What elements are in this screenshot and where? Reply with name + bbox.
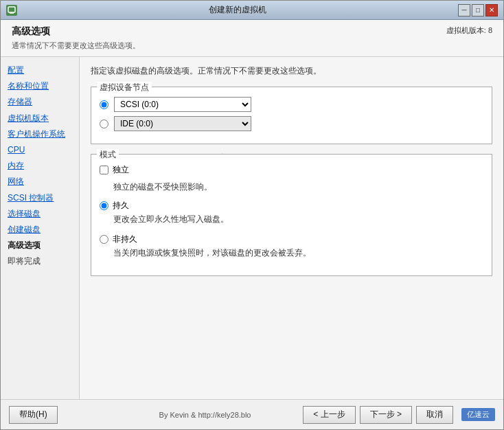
cloud-badge: 亿速云 bbox=[461, 408, 495, 421]
content-area: 兵 临 复 录 指定该虚拟磁盘的高级选项。正常情况下不需要更改这些选项。 虚拟设… bbox=[80, 57, 503, 399]
sidebar-item-scsi[interactable]: SCSI 控制器 bbox=[5, 190, 75, 206]
independent-label: 独立 bbox=[113, 164, 129, 176]
independent-checkbox[interactable] bbox=[100, 166, 108, 174]
bottom-bar: 帮助(H) By Kevin & http://kely28.blo < 上一步… bbox=[1, 399, 503, 429]
maximize-button[interactable]: □ bbox=[472, 4, 484, 16]
ide-select[interactable]: IDE (0:0) bbox=[114, 116, 251, 131]
sidebar-item-create-disk[interactable]: 创建磁盘 bbox=[5, 222, 75, 238]
sidebar-item-network[interactable]: 网络 bbox=[5, 174, 75, 190]
byline-text: By Kevin & http://kely28.blo bbox=[159, 411, 251, 419]
content-description: 指定该虚拟磁盘的高级选项。正常情况下不需要更改这些选项。 bbox=[91, 65, 492, 77]
nonpersistent-radio[interactable] bbox=[100, 235, 108, 244]
mode-title: 模式 bbox=[97, 149, 119, 161]
scsi-select[interactable]: SCSI (0:0) bbox=[114, 97, 251, 112]
cancel-button[interactable]: 取消 bbox=[416, 406, 453, 424]
sidebar-item-guest-os[interactable]: 客户机操作系统 bbox=[5, 126, 75, 142]
scsi-radio-row: SCSI (0:0) bbox=[100, 97, 483, 112]
sidebar-item-finish: 即将完成 bbox=[5, 253, 75, 269]
title-bar: 创建新的虚拟机 ─ □ ✕ bbox=[1, 1, 503, 20]
independent-row: 独立 bbox=[100, 164, 483, 176]
ide-radio[interactable] bbox=[100, 120, 108, 128]
minimize-button[interactable]: ─ bbox=[458, 4, 470, 16]
bottom-left: 帮助(H) bbox=[9, 406, 107, 424]
page-subtitle: 通常情况下不需要更改这些高级选项。 bbox=[12, 41, 140, 51]
sidebar-item-memory[interactable]: 内存 bbox=[5, 158, 75, 174]
help-button[interactable]: 帮助(H) bbox=[9, 406, 58, 424]
ide-radio-row: IDE (0:0) bbox=[100, 116, 483, 131]
persistent-label: 持久 bbox=[113, 200, 129, 212]
mode-content: 独立 独立的磁盘不受快照影响。 持久 更改会立即永久性地写入磁盘。 bbox=[100, 164, 483, 259]
nonpersistent-option: 非持久 当关闭电源或恢复快照时，对该磁盘的更改会被丢弃。 bbox=[100, 234, 483, 259]
sidebar-item-advanced: 高级选项 bbox=[5, 238, 75, 253]
scsi-radio[interactable] bbox=[100, 100, 108, 109]
header-area: 高级选项 通常情况下不需要更改这些高级选项。 虚拟机版本: 8 bbox=[1, 20, 503, 57]
device-node-group: 虚拟设备节点 SCSI (0:0) IDE (0:0) bbox=[91, 87, 492, 144]
bottom-center: By Kevin & http://kely28.blo bbox=[107, 411, 303, 419]
sidebar-item-storage[interactable]: 存储器 bbox=[5, 94, 75, 110]
window-title: 创建新的虚拟机 bbox=[17, 4, 458, 16]
header-left: 高级选项 通常情况下不需要更改这些高级选项。 bbox=[12, 25, 140, 51]
main-content: 配置 名称和位置 存储器 虚拟机版本 客户机操作系统 CPU 内存 网络 SCS… bbox=[1, 57, 503, 399]
content-wrapper: 兵 临 复 录 指定该虚拟磁盘的高级选项。正常情况下不需要更改这些选项。 虚拟设… bbox=[91, 65, 492, 276]
app-icon bbox=[6, 5, 17, 16]
nav-buttons: < 上一步 下一步 > 取消 bbox=[303, 406, 453, 424]
page-title: 高级选项 bbox=[12, 25, 140, 38]
persistent-radio[interactable] bbox=[100, 201, 108, 210]
sidebar-item-config[interactable]: 配置 bbox=[5, 63, 75, 78]
device-node-title: 虚拟设备节点 bbox=[97, 82, 152, 93]
persistent-desc: 更改会立即永久性地写入磁盘。 bbox=[113, 214, 483, 225]
independent-desc: 独立的磁盘不受快照影响。 bbox=[113, 181, 483, 193]
nonpersistent-desc: 当关闭电源或恢复快照时，对该磁盘的更改会被丢弃。 bbox=[113, 247, 483, 259]
mode-group: 模式 独立 独立的磁盘不受快照影响。 持久 bbox=[91, 154, 492, 276]
svg-rect-0 bbox=[8, 7, 15, 12]
window-controls: ─ □ ✕ bbox=[458, 4, 498, 16]
sidebar-item-name-location[interactable]: 名称和位置 bbox=[5, 78, 75, 94]
sidebar: 配置 名称和位置 存储器 虚拟机版本 客户机操作系统 CPU 内存 网络 SCS… bbox=[1, 57, 80, 399]
version-label: 虚拟机版本: 8 bbox=[446, 25, 492, 36]
device-node-content: SCSI (0:0) IDE (0:0) bbox=[100, 97, 483, 131]
back-button[interactable]: < 上一步 bbox=[303, 406, 355, 424]
sidebar-item-vm-version[interactable]: 虚拟机版本 bbox=[5, 111, 75, 126]
sidebar-item-cpu[interactable]: CPU bbox=[5, 142, 75, 158]
sidebar-item-select-disk[interactable]: 选择磁盘 bbox=[5, 206, 75, 222]
bottom-right: < 上一步 下一步 > 取消 亿速云 bbox=[303, 406, 495, 424]
close-button[interactable]: ✕ bbox=[485, 4, 498, 16]
next-button[interactable]: 下一步 > bbox=[360, 406, 412, 424]
nonpersistent-label: 非持久 bbox=[113, 234, 137, 245]
main-window: 创建新的虚拟机 ─ □ ✕ 高级选项 通常情况下不需要更改这些高级选项。 虚拟机… bbox=[0, 0, 504, 430]
persistent-option: 持久 更改会立即永久性地写入磁盘。 bbox=[100, 200, 483, 225]
persistent-header: 持久 bbox=[100, 200, 483, 212]
nonpersistent-header: 非持久 bbox=[100, 234, 483, 245]
